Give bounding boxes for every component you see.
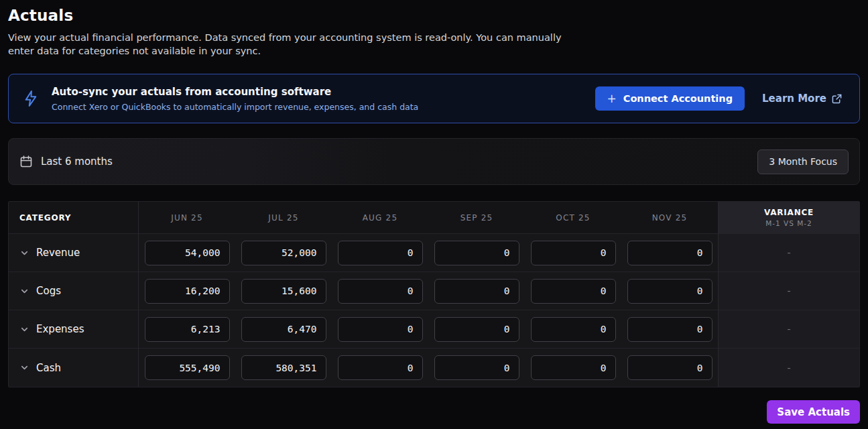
auto-sync-banner: Auto-sync your actuals from accounting s… bbox=[8, 74, 860, 123]
actuals-input[interactable] bbox=[145, 355, 230, 380]
page-title: Actuals bbox=[8, 7, 860, 24]
column-header-month: JUN 25 bbox=[139, 202, 235, 233]
footer-bar: Save Actuals bbox=[767, 400, 860, 424]
table-row-cogs: Cogs - bbox=[9, 272, 859, 310]
banner-subtitle: Connect Xero or QuickBooks to automatica… bbox=[52, 102, 595, 112]
category-cell[interactable]: Cash bbox=[9, 349, 139, 387]
actuals-input[interactable] bbox=[338, 279, 423, 304]
calendar-icon bbox=[19, 155, 33, 168]
filter-bar: Last 6 months 3 Month Focus bbox=[8, 138, 860, 185]
actuals-input[interactable] bbox=[531, 317, 616, 342]
column-header-variance: VARIANCE M-1 VS M-2 bbox=[718, 202, 859, 233]
actuals-table: CATEGORY JUN 25 JUL 25 AUG 25 SEP 25 OCT… bbox=[8, 201, 860, 387]
variance-header-subtitle: M-1 VS M-2 bbox=[765, 219, 812, 227]
lightning-bolt-icon bbox=[22, 88, 40, 109]
category-label: Revenue bbox=[36, 247, 80, 259]
category-cell[interactable]: Expenses bbox=[9, 310, 139, 348]
actuals-input[interactable] bbox=[434, 355, 519, 380]
chevron-down-icon[interactable] bbox=[19, 248, 29, 257]
variance-value: - bbox=[787, 324, 790, 334]
banner-title: Auto-sync your actuals from accounting s… bbox=[52, 86, 595, 98]
actuals-input[interactable] bbox=[531, 279, 616, 304]
actuals-input[interactable] bbox=[145, 279, 230, 304]
category-cell[interactable]: Cogs bbox=[9, 272, 139, 310]
actuals-input[interactable] bbox=[627, 279, 712, 304]
table-row-cash: Cash - bbox=[9, 349, 859, 387]
actuals-input[interactable] bbox=[627, 355, 712, 380]
variance-cell: - bbox=[718, 310, 859, 348]
actuals-input[interactable] bbox=[627, 317, 712, 342]
column-header-month: NOV 25 bbox=[621, 202, 718, 233]
actuals-input[interactable] bbox=[434, 279, 519, 304]
banner-text: Auto-sync your actuals from accounting s… bbox=[52, 86, 595, 112]
variance-cell: - bbox=[718, 272, 859, 310]
actuals-input[interactable] bbox=[531, 355, 616, 380]
actuals-input[interactable] bbox=[531, 241, 616, 265]
plus-icon: + bbox=[607, 93, 617, 105]
external-link-icon bbox=[832, 94, 842, 104]
variance-value: - bbox=[787, 247, 790, 258]
variance-value: - bbox=[787, 286, 790, 296]
table-row-expenses: Expenses - bbox=[9, 310, 859, 349]
actuals-input[interactable] bbox=[338, 317, 423, 342]
page-description: View your actual financial performance. … bbox=[8, 31, 581, 58]
date-range-label[interactable]: Last 6 months bbox=[41, 156, 113, 168]
chevron-down-icon[interactable] bbox=[19, 286, 29, 296]
variance-cell: - bbox=[718, 349, 859, 387]
category-label: Cash bbox=[36, 362, 61, 374]
column-header-month: SEP 25 bbox=[428, 202, 525, 233]
actuals-input[interactable] bbox=[338, 241, 423, 265]
learn-more-label: Learn More bbox=[762, 93, 826, 105]
variance-value: - bbox=[787, 363, 790, 373]
column-header-month: JUL 25 bbox=[235, 202, 332, 233]
table-header-row: CATEGORY JUN 25 JUL 25 AUG 25 SEP 25 OCT… bbox=[9, 202, 859, 234]
category-label: Cogs bbox=[36, 285, 61, 297]
actuals-input[interactable] bbox=[241, 241, 326, 265]
connect-accounting-button[interactable]: + Connect Accounting bbox=[595, 86, 745, 111]
chevron-down-icon[interactable] bbox=[19, 363, 29, 373]
variance-cell: - bbox=[718, 234, 859, 271]
three-month-focus-button[interactable]: 3 Month Focus bbox=[757, 149, 849, 174]
column-header-month: OCT 25 bbox=[525, 202, 621, 233]
category-label: Expenses bbox=[36, 323, 84, 335]
connect-accounting-label: Connect Accounting bbox=[623, 93, 733, 104]
actuals-input[interactable] bbox=[241, 355, 326, 380]
actuals-page: Actuals View your actual financial perfo… bbox=[0, 0, 868, 429]
category-cell[interactable]: Revenue bbox=[9, 234, 139, 271]
learn-more-link[interactable]: Learn More bbox=[762, 93, 842, 105]
actuals-input[interactable] bbox=[434, 241, 519, 265]
actuals-input[interactable] bbox=[241, 317, 326, 342]
actuals-input[interactable] bbox=[241, 279, 326, 304]
actuals-input[interactable] bbox=[145, 317, 230, 342]
save-actuals-button[interactable]: Save Actuals bbox=[767, 400, 860, 424]
actuals-input[interactable] bbox=[338, 355, 423, 380]
actuals-input[interactable] bbox=[434, 317, 519, 342]
column-header-category: CATEGORY bbox=[9, 202, 139, 233]
chevron-down-icon[interactable] bbox=[19, 324, 29, 334]
column-header-month: AUG 25 bbox=[332, 202, 428, 233]
table-row-revenue: Revenue - bbox=[9, 234, 859, 272]
variance-header-title: VARIANCE bbox=[764, 208, 814, 217]
actuals-input[interactable] bbox=[145, 241, 230, 265]
actuals-input[interactable] bbox=[627, 241, 712, 265]
